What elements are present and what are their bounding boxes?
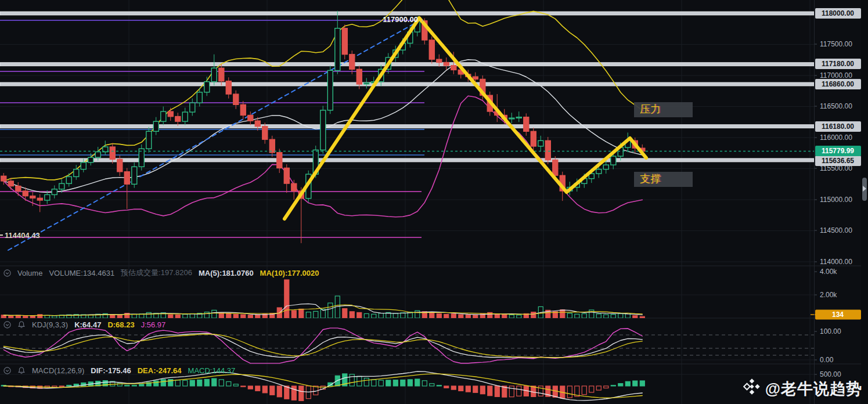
estimated-volume: 预估成交量:197.8206 bbox=[121, 268, 192, 278]
swing-high-price-label: 117900.00 bbox=[348, 15, 418, 24]
price-level-badge: 115636.65 bbox=[822, 157, 854, 165]
trading-chart-app: 117500.00117000.00116500.00116000.001155… bbox=[0, 0, 868, 404]
volume-ma5: MA(5):181.0760 bbox=[199, 269, 254, 277]
alarm-bell-icon[interactable] bbox=[17, 366, 26, 374]
kdj-indicator-row: KDJ(9,3,3) K:64.47 D:68.23 J:56.97 bbox=[3, 320, 165, 329]
binance-diamond-logo-icon bbox=[743, 378, 761, 399]
price-axis-label: 116500.00 bbox=[820, 102, 852, 110]
price-axis-label: 0.00 bbox=[820, 356, 834, 364]
price-axis-label: 100.00 bbox=[820, 327, 841, 336]
current-volume-badge: 134 bbox=[832, 311, 844, 319]
price-axis-label: 4.00k bbox=[820, 268, 837, 276]
chart-canvas[interactable]: 117500.00117000.00116500.00116000.001155… bbox=[0, 0, 868, 404]
current-price-badge: 115779.99 bbox=[822, 147, 854, 155]
support-label: 支撑 bbox=[640, 173, 661, 185]
price-axis-label: 114500.00 bbox=[820, 226, 852, 235]
vertical-scrollbar[interactable] bbox=[861, 0, 868, 404]
swing-high-arrow-icon: › bbox=[422, 16, 424, 23]
volume-indicator-name: Volume bbox=[17, 269, 42, 277]
price-axis-label: 500.00 bbox=[820, 370, 841, 378]
price-axis-label: 114000.00 bbox=[820, 258, 852, 266]
macd-indicator-name: MACD(12,26,9) bbox=[32, 366, 84, 375]
price-level-badge: 118000.00 bbox=[822, 9, 854, 17]
kdj-j-value: J:56.97 bbox=[141, 320, 166, 329]
line-tick bbox=[0, 235, 3, 236]
price-level-badge: 116860.00 bbox=[822, 80, 854, 88]
macd-value: MACD:144.37 bbox=[188, 366, 236, 375]
collapse-chevron-icon[interactable] bbox=[3, 269, 11, 277]
resistance-annotation-box[interactable]: 压力 bbox=[634, 102, 693, 117]
macd-dea-value: DEA:-247.64 bbox=[138, 366, 182, 375]
collapse-chevron-icon[interactable] bbox=[3, 366, 11, 374]
macd-dif-value: DIF:-175.46 bbox=[91, 366, 131, 375]
price-axis-label: 2.00k bbox=[820, 291, 837, 299]
price-level-badge: 117180.00 bbox=[822, 60, 854, 68]
macd-pane bbox=[1, 371, 644, 401]
trendline-drawing bbox=[8, 21, 419, 250]
resistance-label: 压力 bbox=[640, 103, 661, 115]
support-annotation-box[interactable]: 支撑 bbox=[634, 172, 693, 187]
kdj-k-value: K:64.47 bbox=[74, 320, 101, 329]
macd-indicator-row: MACD(12,26,9) DIF:-175.46 DEA:-247.64 MA… bbox=[3, 366, 235, 375]
price-axis-label: 117500.00 bbox=[820, 40, 852, 48]
volume-value: VOLUME:134.4631 bbox=[49, 269, 114, 277]
left-line-price-label: 114404.43 bbox=[5, 231, 40, 240]
watermark-handle: @老牛说趋势 bbox=[765, 378, 862, 399]
kdj-d-value: D:68.23 bbox=[107, 320, 134, 329]
kdj-indicator-name: KDJ(9,3,3) bbox=[32, 320, 68, 329]
volume-ma10: MA(10):177.0020 bbox=[260, 269, 319, 277]
price-axis-label: 116000.00 bbox=[820, 134, 852, 142]
price-level-badge: 116180.00 bbox=[822, 122, 854, 131]
alarm-bell-icon[interactable] bbox=[17, 320, 26, 329]
price-axis-border bbox=[814, 0, 815, 404]
price-axis-label: 117000.00 bbox=[820, 71, 852, 80]
volume-pane bbox=[1, 280, 644, 318]
collapse-chevron-icon[interactable] bbox=[3, 320, 11, 329]
scrollbar-arrow-icon[interactable] bbox=[863, 186, 866, 192]
price-axis[interactable]: 117500.00117000.00116500.00116000.001155… bbox=[811, 8, 861, 378]
watermark: @老牛说趋势 bbox=[743, 378, 862, 399]
price-axis-label: 115000.00 bbox=[820, 196, 852, 204]
kdj-pane bbox=[0, 328, 814, 363]
volume-indicator-row: Volume VOLUME:134.4631 预估成交量:197.8206 MA… bbox=[3, 268, 319, 277]
